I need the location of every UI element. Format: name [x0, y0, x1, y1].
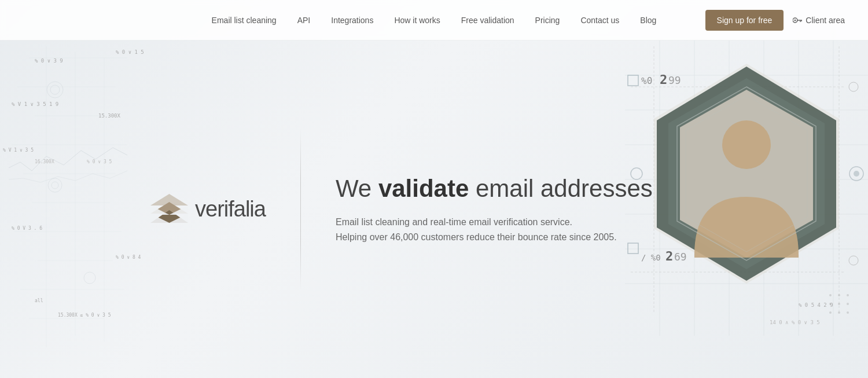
hero-headline: We validate email addresses — [336, 174, 653, 203]
hero-subline-1: Email list cleaning and real-time email … — [336, 215, 653, 230]
hero-subline-2: Helping over 46,000 customers reduce the… — [336, 230, 653, 245]
hero-logo-area: verifalia — [150, 193, 266, 226]
nav-actions: Sign up for free Client area — [705, 10, 845, 31]
signup-button[interactable]: Sign up for free — [705, 10, 784, 31]
verifalia-logo-icon — [150, 193, 188, 226]
hero-headline-prefix: We — [336, 175, 378, 202]
logo-container: verifalia — [150, 193, 266, 226]
nav-contact-us[interactable]: Contact us — [570, 11, 630, 30]
hero-headline-bold: validate — [378, 175, 469, 202]
hero-text: We validate email addresses Email list c… — [336, 174, 653, 245]
client-area-button[interactable]: Client area — [793, 16, 845, 25]
key-icon — [793, 17, 802, 24]
nav-integrations[interactable]: Integrations — [321, 11, 384, 30]
hero-section: verifalia We validate email addresses Em… — [0, 41, 868, 378]
nav-how-it-works[interactable]: How it works — [384, 11, 450, 30]
navbar: Email list cleaning API Integrations How… — [0, 0, 868, 41]
hero-divider — [300, 129, 301, 291]
hero-headline-suffix: email addresses — [469, 175, 652, 202]
logo-text: verifalia — [195, 197, 266, 222]
svg-point-21 — [795, 19, 796, 21]
nav-api[interactable]: API — [287, 11, 321, 30]
nav-blog[interactable]: Blog — [630, 11, 667, 30]
nav-email-list-cleaning[interactable]: Email list cleaning — [201, 11, 287, 30]
nav-free-validation[interactable]: Free validation — [451, 11, 525, 30]
client-area-label: Client area — [806, 16, 845, 25]
nav-pricing[interactable]: Pricing — [525, 11, 571, 30]
